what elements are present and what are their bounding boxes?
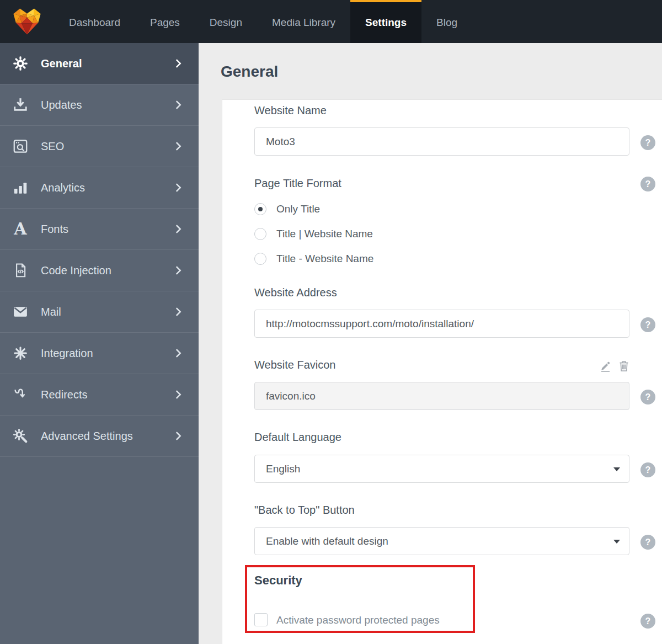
back-to-top-select[interactable]: Enable with default design xyxy=(254,527,629,555)
chevron-right-icon xyxy=(172,347,184,360)
sidebar-item-mail[interactable]: Mail xyxy=(0,291,199,333)
radio-button-selected[interactable] xyxy=(254,203,266,215)
radio-button[interactable] xyxy=(254,228,266,240)
website-name-input[interactable] xyxy=(254,127,629,156)
website-favicon-label: Website Favicon xyxy=(254,359,335,371)
serif-a-icon: A xyxy=(11,220,30,238)
selected-back-to-top-value: Enable with default design xyxy=(266,535,388,547)
website-address-label: Website Address xyxy=(254,286,337,299)
activate-password-checkbox[interactable] xyxy=(254,613,268,626)
sidebar-item-general[interactable]: General xyxy=(0,43,199,84)
radio-title-pipe-website-name[interactable]: Title | Website Name xyxy=(254,228,373,240)
help-icon[interactable]: ? xyxy=(640,462,655,477)
help-icon[interactable]: ? xyxy=(640,535,655,550)
sidebar-item-code-injection[interactable]: Code Injection xyxy=(0,250,199,291)
default-language-label: Default Language xyxy=(254,431,341,444)
chevron-right-icon xyxy=(172,181,184,194)
help-icon[interactable]: ? xyxy=(640,614,655,629)
nav-dashboard[interactable]: Dashboard xyxy=(54,0,135,43)
top-nav-items: Dashboard Pages Design Media Library Set… xyxy=(54,0,472,43)
sidebar-item-seo[interactable]: SEO xyxy=(0,126,199,167)
dropdown-caret-icon xyxy=(613,467,620,471)
activate-password-label: Activate password protected pages xyxy=(276,614,440,626)
top-nav-bar: Dashboard Pages Design Media Library Set… xyxy=(0,0,662,43)
sidebar-item-updates[interactable]: Updates xyxy=(0,84,199,126)
motocms-logo-icon xyxy=(12,7,42,36)
browser-search-icon xyxy=(11,137,30,155)
chevron-right-icon xyxy=(172,305,184,318)
radio-button[interactable] xyxy=(254,253,266,265)
sidebar-item-label: Analytics xyxy=(41,182,85,194)
chevron-right-icon xyxy=(172,388,184,401)
nav-settings[interactable]: Settings xyxy=(350,0,421,43)
chevron-right-icon xyxy=(172,429,184,443)
asterisk-icon xyxy=(11,344,30,362)
chevron-right-icon xyxy=(172,98,184,111)
sidebar-item-label: Redirects xyxy=(41,388,87,401)
sidebar-item-redirects[interactable]: Redirects xyxy=(0,374,199,416)
edit-pencil-icon[interactable] xyxy=(599,359,612,373)
selected-language-value: English xyxy=(266,463,300,475)
nav-pages[interactable]: Pages xyxy=(135,0,195,43)
sidebar-item-label: SEO xyxy=(41,140,64,153)
sidebar-item-label: Fonts xyxy=(41,223,68,236)
trash-icon[interactable] xyxy=(617,359,631,373)
sidebar-item-fonts[interactable]: A Fonts xyxy=(0,209,199,250)
chevron-right-icon xyxy=(172,140,184,153)
chevron-right-icon xyxy=(172,222,184,236)
sidebar-item-label: General xyxy=(41,57,82,70)
download-icon xyxy=(11,96,30,114)
back-to-top-label: "Back to Top" Button xyxy=(254,504,355,517)
sidebar-item-label: Integration xyxy=(41,347,93,360)
bar-chart-icon xyxy=(11,179,30,196)
envelope-icon xyxy=(11,303,30,321)
radio-only-title[interactable]: Only Title xyxy=(254,203,320,215)
default-language-select[interactable]: English xyxy=(254,455,629,483)
chevron-right-icon xyxy=(172,57,184,70)
help-icon[interactable]: ? xyxy=(640,390,655,405)
help-icon[interactable]: ? xyxy=(640,135,655,150)
sidebar-item-advanced-settings[interactable]: Advanced Settings xyxy=(0,416,199,457)
sidebar-item-label: Updates xyxy=(41,99,82,111)
website-address-input[interactable] xyxy=(254,310,629,338)
page-title-format-label: Page Title Format xyxy=(254,177,341,190)
gear-icon xyxy=(11,55,30,72)
sidebar-item-label: Code Injection xyxy=(41,264,111,277)
nav-blog[interactable]: Blog xyxy=(421,0,472,43)
settings-sidebar: General Updates SEO xyxy=(0,43,199,644)
nav-design[interactable]: Design xyxy=(195,0,257,43)
chevron-right-icon xyxy=(172,264,184,277)
security-heading: Security xyxy=(254,573,302,588)
dropdown-caret-icon xyxy=(613,540,620,544)
code-file-icon xyxy=(11,262,30,279)
help-icon[interactable]: ? xyxy=(640,177,655,191)
sidebar-item-integration[interactable]: Integration xyxy=(0,333,199,374)
radio-title-dash-website-name[interactable]: Title - Website Name xyxy=(254,253,373,265)
website-favicon-input[interactable] xyxy=(254,382,629,410)
redirect-arrow-icon xyxy=(11,386,30,403)
sidebar-item-analytics[interactable]: Analytics xyxy=(0,167,199,209)
page-title: General xyxy=(221,63,278,81)
general-settings-panel: Website Name ? Page Title Format ? Only … xyxy=(222,99,662,644)
website-name-label: Website Name xyxy=(254,104,327,117)
sidebar-item-label: Mail xyxy=(41,306,61,318)
gear-wrench-icon xyxy=(11,427,30,445)
nav-media-library[interactable]: Media Library xyxy=(257,0,350,43)
help-icon[interactable]: ? xyxy=(640,317,655,332)
main-content: General Website Name ? Page Title Format… xyxy=(199,43,662,644)
sidebar-item-label: Advanced Settings xyxy=(41,430,133,443)
motocms-logo[interactable] xyxy=(0,0,54,43)
